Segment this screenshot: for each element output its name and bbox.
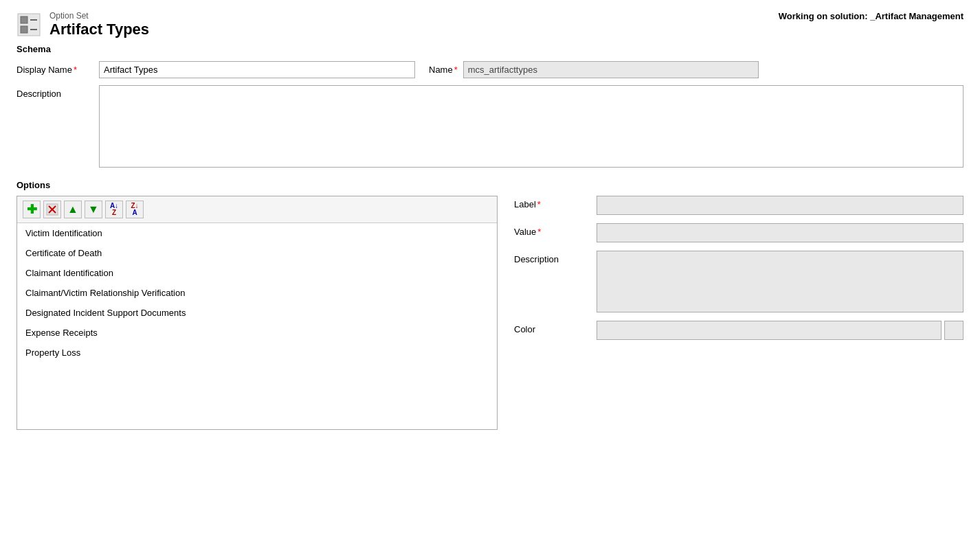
page-container: Working on solution: _Artifact Managemen… bbox=[0, 0, 980, 559]
display-name-row: Display Name* Name* bbox=[16, 61, 964, 78]
list-item[interactable]: Expense Receipts bbox=[17, 323, 497, 343]
add-option-button[interactable]: ✚ bbox=[23, 201, 41, 218]
sort-za-button[interactable]: Z↓ A bbox=[126, 201, 144, 218]
list-item[interactable]: Victim Identification bbox=[17, 223, 497, 243]
color-input-group bbox=[597, 321, 964, 340]
down-arrow-icon: ▼ bbox=[88, 203, 99, 216]
label-field-label: Label* bbox=[514, 196, 597, 209]
value-required-star: * bbox=[537, 227, 541, 237]
svg-rect-2 bbox=[21, 26, 27, 33]
move-down-button[interactable]: ▼ bbox=[85, 201, 102, 218]
name-input[interactable] bbox=[463, 61, 759, 78]
label-row: Label* bbox=[514, 196, 964, 215]
sort-az-icon: A↓ Z bbox=[110, 203, 118, 216]
label-required-star: * bbox=[537, 199, 541, 209]
value-row: Value* bbox=[514, 223, 964, 242]
list-item[interactable]: Property Loss bbox=[17, 343, 497, 363]
list-item[interactable]: Designated Incident Support Documents bbox=[17, 303, 497, 323]
sort-za-icon: Z↓ A bbox=[131, 203, 138, 216]
right-description-label: Description bbox=[514, 251, 597, 264]
move-up-button[interactable]: ▲ bbox=[64, 201, 82, 218]
display-name-input[interactable] bbox=[99, 61, 415, 78]
display-name-label: Display Name* bbox=[16, 61, 99, 75]
add-icon: ✚ bbox=[27, 202, 37, 217]
list-item[interactable]: Claimant Identification bbox=[17, 263, 497, 283]
svg-rect-1 bbox=[21, 16, 27, 23]
options-list: Victim IdentificationCertificate of Deat… bbox=[17, 223, 497, 429]
options-section-label: Options bbox=[16, 180, 964, 190]
description-label: Description bbox=[16, 85, 99, 99]
options-toolbar: ✚ ▲ ▼ bbox=[17, 196, 497, 223]
description-row: Description bbox=[16, 85, 964, 168]
right-description-row: Description bbox=[514, 251, 964, 312]
header-text: Option Set Artifact Types bbox=[49, 11, 149, 38]
delete-option-button[interactable] bbox=[43, 201, 61, 218]
page-title: Artifact Types bbox=[49, 21, 149, 38]
options-list-container: ✚ ▲ ▼ bbox=[16, 196, 498, 430]
value-input[interactable] bbox=[597, 223, 964, 242]
right-panel: Label* Value* Description Color bbox=[514, 196, 964, 348]
value-field-label: Value* bbox=[514, 223, 597, 237]
color-text-input[interactable] bbox=[597, 321, 942, 340]
options-area: ✚ ▲ ▼ bbox=[16, 196, 964, 430]
up-arrow-icon: ▲ bbox=[67, 203, 78, 216]
delete-icon bbox=[46, 203, 58, 216]
description-textarea[interactable] bbox=[99, 85, 964, 168]
sort-az-button[interactable]: A↓ Z bbox=[105, 201, 123, 218]
color-row: Color bbox=[514, 321, 964, 340]
name-label: Name* bbox=[429, 65, 458, 75]
name-section: Name* bbox=[429, 61, 759, 78]
list-item[interactable]: Claimant/Victim Relationship Verificatio… bbox=[17, 283, 497, 303]
option-set-icon bbox=[16, 12, 41, 37]
schema-section-label: Schema bbox=[16, 44, 964, 54]
right-description-textarea[interactable] bbox=[597, 251, 964, 312]
color-swatch-button[interactable] bbox=[944, 321, 964, 340]
name-required-star: * bbox=[454, 65, 458, 75]
color-label: Color bbox=[514, 321, 597, 334]
option-set-label: Option Set bbox=[49, 11, 149, 21]
working-on-label: Working on solution: _Artifact Managemen… bbox=[779, 11, 964, 21]
list-item[interactable]: Certificate of Death bbox=[17, 243, 497, 263]
required-star: * bbox=[74, 65, 77, 75]
label-input[interactable] bbox=[597, 196, 964, 215]
